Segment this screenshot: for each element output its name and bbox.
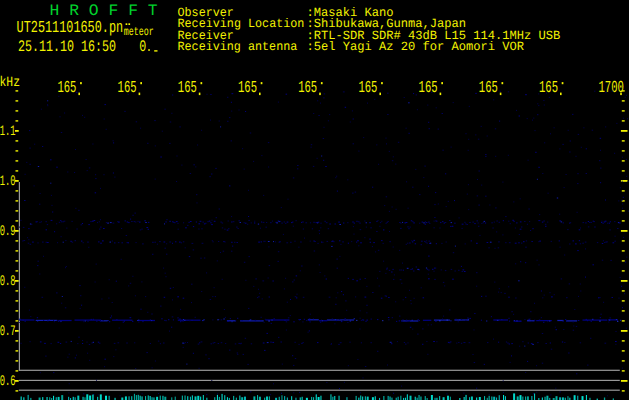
svg-text:165: 165 [118, 79, 137, 98]
svg-text:0.8: 0.8 [0, 274, 16, 290]
svg-text:165: 165 [358, 79, 377, 98]
svg-text:kHz: kHz [0, 75, 20, 91]
svg-text:165: 165 [57, 79, 76, 98]
svg-text:25.11.10 16:50: 25.11.10 16:50 [18, 38, 116, 56]
svg-text:H R O F F T: H R O F F T [50, 2, 158, 20]
svg-text:165: 165 [539, 79, 558, 98]
svg-text:1.1: 1.1 [0, 124, 16, 140]
svg-text::5el Yagi Az 20 for Aomori VOR: :5el Yagi Az 20 for Aomori VOR [306, 40, 524, 54]
svg-text:0.6: 0.6 [0, 374, 16, 390]
svg-text:165: 165 [238, 79, 257, 98]
svg-text:0.7: 0.7 [0, 324, 16, 340]
svg-text:1700: 1700 [598, 79, 624, 98]
svg-text:Receiving antenna: Receiving antenna [178, 40, 298, 54]
svg-text:1.0: 1.0 [0, 174, 16, 190]
svg-text:0.9: 0.9 [0, 224, 16, 240]
svg-text:0: 0 [139, 38, 146, 56]
svg-text:165: 165 [178, 79, 197, 98]
svg-text:165: 165 [298, 79, 317, 98]
svg-text:UT2511101650.pn: UT2511101650.pn [17, 19, 124, 38]
svg-text:165: 165 [419, 79, 438, 98]
svg-text:165: 165 [479, 79, 498, 98]
svg-text:meteor: meteor [124, 25, 154, 39]
